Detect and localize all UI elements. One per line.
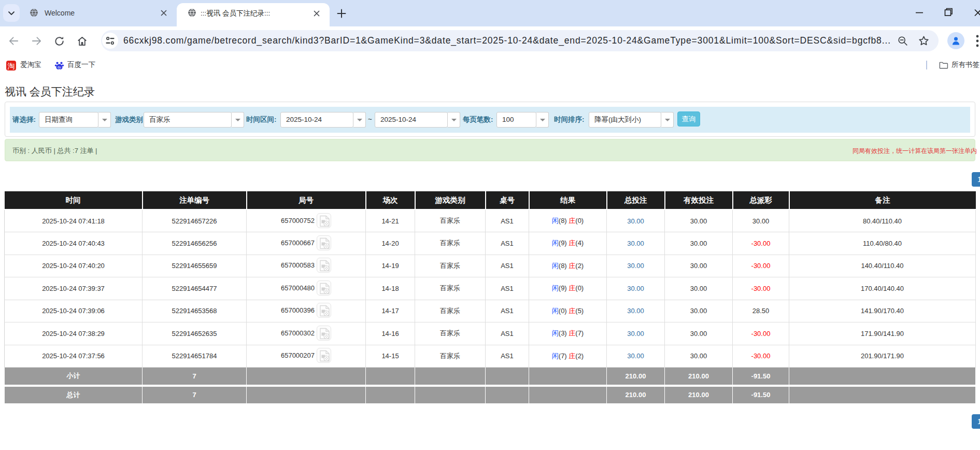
svg-text:du: du [58, 65, 62, 69]
